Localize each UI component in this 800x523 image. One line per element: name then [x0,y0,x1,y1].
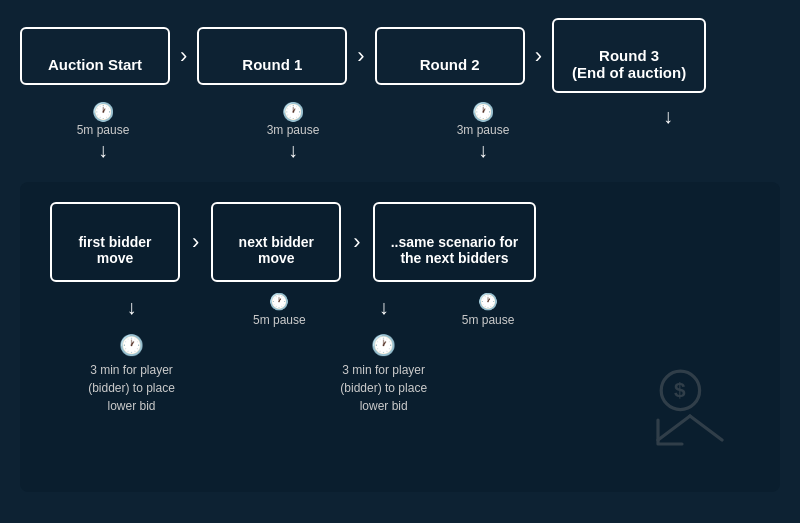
svg-text:$: $ [674,378,686,401]
inner-down-arrow-2: ↓ [379,296,389,319]
inner-desc-left: 3 min for player (bidder) to place lower… [88,361,175,415]
round-2-box: Round 2 [375,27,525,85]
round-2-label: Round 2 [420,56,480,73]
inner-pause-label-1: 5m pause [253,313,306,327]
inner-clock-pause-2: 🕐 [478,292,498,311]
same-scenario-label: ..same scenario for the next bidders [391,234,519,266]
round-1-label: Round 1 [242,56,302,73]
inner-clock-icon-1: 🕐 [119,333,144,357]
arrow-right-2: › [357,43,364,69]
svg-line-3 [690,416,722,440]
pause-label-3: 3m pause [457,123,510,137]
inner-clock-icon-2: 🕐 [371,333,396,357]
clock-icon-2: 🕐 [282,101,304,123]
inner-desc-right: 3 min for player (bidder) to place lower… [340,361,427,415]
inner-arrow-2: › [353,229,360,255]
auction-start-box: Auction Start [20,27,170,85]
pause-label-1: 5m pause [77,123,130,137]
first-bidder-label: first bidder move [78,234,151,266]
inner-arrow-1: › [192,229,199,255]
same-scenario-box: ..same scenario for the next bidders [373,202,537,282]
down-arrow-top-3: ↓ [478,139,488,162]
arrow-right-1: › [180,43,187,69]
first-bidder-box: first bidder move [50,202,180,282]
inner-down-arrow-1: ↓ [127,296,137,319]
next-bidder-label: next bidder move [239,234,314,266]
round-1-box: Round 1 [197,27,347,85]
auction-start-label: Auction Start [48,56,142,73]
down-arrow-top-1: ↓ [98,139,108,162]
clock-icon-1: 🕐 [92,101,114,123]
bottom-panel: first bidder move › next bidder move › .… [20,182,780,492]
round-3-box: Round 3 (End of auction) [552,18,706,93]
next-bidder-box: next bidder move [211,202,341,282]
pause-label-2: 3m pause [267,123,320,137]
inner-pause-label-2: 5m pause [462,313,515,327]
round-3-label: Round 3 (End of auction) [572,47,686,81]
arrow-right-3: › [535,43,542,69]
inner-clock-pause-1: 🕐 [269,292,289,311]
inner-flow: first bidder move › next bidder move › .… [50,202,750,282]
down-arrow-top-2: ↓ [288,139,298,162]
down-arrow-top-right: ↓ [663,105,673,128]
clock-icon-3: 🕐 [472,101,494,123]
dollar-chart-icon: $ [650,368,730,452]
svg-line-2 [658,416,690,440]
